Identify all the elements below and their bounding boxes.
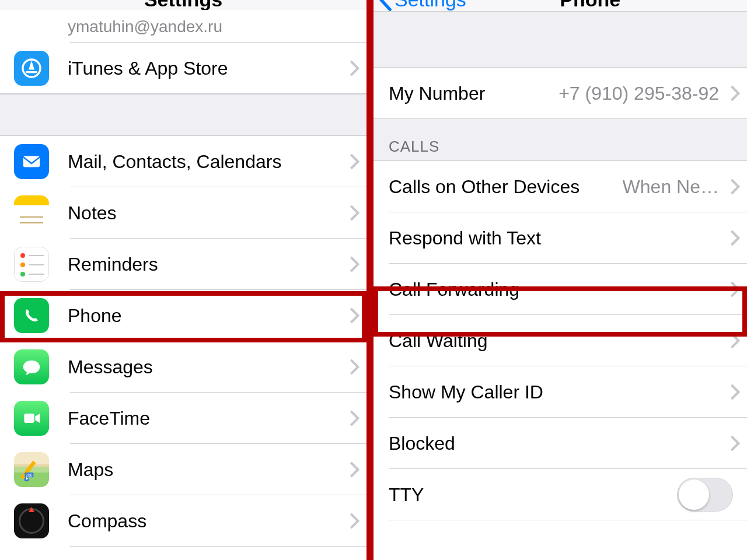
section-header-calls: CALLS	[374, 119, 747, 161]
row-label: FaceTime	[68, 408, 343, 429]
row-tty[interactable]: TTY	[374, 469, 747, 520]
chevron-right-icon	[724, 384, 747, 400]
row-compass[interactable]: Compass	[0, 495, 366, 547]
row-my-number[interactable]: My Number +7 (910) 295-38-92	[374, 68, 747, 119]
row-reminders[interactable]: Reminders	[0, 239, 366, 290]
nav-back-label: Settings	[395, 0, 466, 11]
section-header-label: CALLS	[389, 138, 439, 156]
chevron-right-icon	[343, 513, 366, 529]
app-store-icon	[14, 51, 49, 86]
chevron-right-icon	[343, 307, 366, 324]
row-respond-with-text[interactable]: Respond with Text	[374, 212, 747, 264]
row-apple-id-email[interactable]: ymatuhin@yandex.ru	[0, 10, 366, 43]
chevron-right-icon	[724, 332, 747, 349]
phone-settings-pane: Settings Phone My Number +7 (910) 295-38…	[374, 0, 747, 560]
compass-icon	[14, 503, 49, 538]
phone-title: Phone	[560, 0, 620, 11]
reminders-icon	[14, 247, 49, 282]
settings-pane: Settings ymatuhin@yandex.ru iTunes & App…	[0, 0, 374, 560]
row-phone[interactable]: Phone	[0, 290, 366, 341]
row-label: Reminders	[68, 254, 343, 275]
messages-icon	[14, 349, 49, 384]
apple-id-email: ymatuhin@yandex.ru	[68, 18, 366, 36]
chevron-right-icon	[724, 281, 747, 298]
svg-rect-1	[23, 156, 40, 167]
row-facetime[interactable]: FaceTime	[0, 393, 366, 444]
row-itunes-app-store[interactable]: iTunes & App Store	[0, 43, 366, 94]
row-label: Blocked	[389, 433, 724, 454]
svg-rect-2	[24, 414, 34, 423]
row-label: Phone	[68, 305, 343, 327]
row-label: Mail, Contacts, Calendars	[68, 151, 343, 173]
phone-icon	[14, 298, 49, 333]
svg-text:280: 280	[26, 473, 32, 477]
row-label: Compass	[68, 510, 343, 532]
my-number-value: +7 (910) 295-38-92	[558, 83, 724, 104]
row-show-my-caller-id[interactable]: Show My Caller ID	[374, 366, 747, 418]
row-label: iTunes & App Store	[68, 58, 343, 79]
tty-toggle[interactable]	[677, 478, 733, 512]
chevron-right-icon	[343, 461, 366, 478]
row-label: Respond with Text	[389, 228, 724, 249]
chevron-right-icon	[724, 178, 747, 195]
chevron-left-icon	[378, 0, 392, 11]
facetime-icon	[14, 401, 49, 436]
notes-icon	[14, 195, 49, 230]
chevron-right-icon	[724, 435, 747, 452]
row-label: Call Waiting	[389, 330, 724, 352]
chevron-right-icon	[724, 85, 747, 102]
group-separator	[0, 94, 366, 136]
row-mail-contacts-calendars[interactable]: Mail, Contacts, Calendars	[0, 136, 366, 187]
row-label: Messages	[68, 356, 343, 378]
row-calls-on-other-devices[interactable]: Calls on Other Devices When Ne…	[374, 161, 747, 212]
row-maps[interactable]: 280 Maps	[0, 444, 366, 495]
chevron-right-icon	[343, 205, 366, 221]
chevron-right-icon	[343, 256, 366, 272]
mail-icon	[14, 144, 49, 179]
row-label: Call Forwarding	[389, 279, 724, 300]
chevron-right-icon	[724, 230, 747, 246]
maps-icon: 280	[14, 452, 49, 487]
row-label: Maps	[68, 459, 343, 481]
row-label: Show My Caller ID	[389, 382, 724, 403]
phone-navbar: Settings Phone	[374, 0, 747, 12]
row-label: Notes	[68, 202, 343, 224]
row-call-forwarding[interactable]: Call Forwarding	[374, 264, 747, 315]
row-messages[interactable]: Messages	[0, 341, 366, 393]
row-label: Calls on Other Devices	[389, 176, 623, 198]
chevron-right-icon	[343, 359, 366, 375]
row-blocked[interactable]: Blocked	[374, 418, 747, 469]
row-label: TTY	[389, 484, 677, 506]
chevron-right-icon	[343, 153, 366, 170]
row-value: When Ne…	[623, 176, 724, 198]
row-call-waiting[interactable]: Call Waiting	[374, 315, 747, 366]
group-separator	[374, 12, 747, 68]
row-notes[interactable]: Notes	[0, 187, 366, 239]
nav-back-button[interactable]: Settings	[378, 0, 466, 11]
row-label: My Number	[389, 83, 558, 104]
chevron-right-icon	[343, 60, 366, 76]
chevron-right-icon	[343, 410, 366, 426]
